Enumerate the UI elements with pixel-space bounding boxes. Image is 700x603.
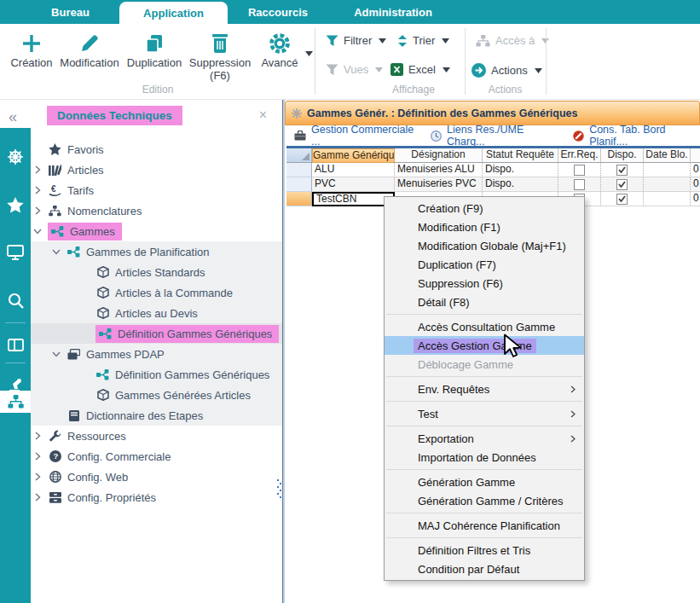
chevron-right-icon[interactable] — [32, 472, 43, 482]
row-selector[interactable] — [286, 163, 312, 177]
tab-cons-tab-bord[interactable]: Cons. Tab. Bord Planif.... — [573, 124, 700, 148]
chevron-down-icon[interactable] — [51, 246, 61, 257]
org-chart-icon[interactable] — [0, 391, 31, 413]
close-icon[interactable]: × — [259, 107, 267, 123]
actions-button[interactable]: Actions — [471, 63, 542, 78]
menu-item-detail[interactable]: Détail (F8) — [385, 293, 584, 311]
excel-button[interactable]: Excel — [390, 63, 450, 76]
menu-item-duplication[interactable]: Duplication (F7) — [385, 255, 584, 274]
menu-item-condition-par-defaut[interactable]: Condition par Défaut — [385, 560, 584, 578]
menu-item-acces-consultation-gamme[interactable]: Accès Consultation Gamme — [385, 317, 584, 336]
tree-item-gammes-de-planification[interactable]: Gammes de Planification — [31, 241, 282, 262]
chevron-down-icon[interactable] — [32, 226, 43, 236]
helm-icon[interactable] — [0, 145, 31, 169]
cell-err-req[interactable] — [558, 163, 601, 177]
cell-gamme[interactable]: PVC — [312, 177, 395, 192]
monitor-icon[interactable] — [0, 241, 31, 264]
cell-date-blo[interactable] — [644, 163, 691, 177]
cell-gamme[interactable]: ALU — [312, 163, 395, 177]
menu-item-generation-gamme-criteres[interactable]: Génération Gamme / Critères — [385, 491, 584, 510]
tree-item-dictionnaire-des-etapes[interactable]: Dictionnaire des Etapes — [31, 405, 282, 426]
tab-liens-res-ume[interactable]: Liens Res./UME Charg... — [431, 124, 558, 148]
chevron-right-icon[interactable] — [32, 492, 43, 502]
cell-date-blo[interactable] — [644, 177, 691, 192]
suppression-button[interactable]: Suppression (F6) — [186, 30, 254, 83]
creation-button[interactable]: Création — [7, 30, 56, 70]
row-selector[interactable] — [286, 177, 312, 192]
chevron-down-icon[interactable] — [305, 51, 313, 56]
menu-item-acces-gestion-gamme[interactable]: Accès Gestion Gamme — [385, 336, 584, 355]
cell-h[interactable]: 0 — [691, 163, 700, 177]
window-title-bar[interactable]: Gammes Génér. : Définition des Gammes Gé… — [285, 101, 700, 125]
column-header-gamme-generique[interactable]: Gamme Générique — [312, 148, 395, 163]
menu-tab-bureau[interactable]: Bureau — [21, 0, 119, 24]
menu-item-test[interactable]: Test — [385, 404, 584, 423]
tree-item-config-proprietes[interactable]: Config. Propriétés — [31, 487, 282, 507]
menu-item-generation-gamme[interactable]: Génération Gamme — [385, 473, 584, 491]
checkbox-icon[interactable] — [616, 179, 628, 190]
chevron-right-icon[interactable] — [32, 206, 43, 216]
cell-statut[interactable]: Dispo. — [483, 177, 558, 192]
column-header-dispo[interactable]: Dispo. — [601, 148, 644, 163]
menu-tab-raccourcis[interactable]: Raccourcis — [228, 0, 328, 24]
column-header-designation[interactable]: Désignation — [395, 148, 483, 163]
tree-item-config-web[interactable]: Config. Web — [31, 467, 282, 487]
collapse-panel-icon[interactable]: « — [9, 108, 17, 126]
cell-dispo[interactable] — [601, 163, 644, 177]
search-icon[interactable] — [0, 288, 31, 312]
tree-item-definition-gammes-generiques-pdap[interactable]: Définition Gammes Génériques — [31, 364, 282, 385]
cell-gamme-focused[interactable]: TestCBN — [312, 192, 395, 206]
tree-item-nomenclatures[interactable]: Nomenclatures — [31, 200, 282, 221]
tree-item-articles-au-devis[interactable]: Articles au Devis — [31, 303, 282, 323]
menu-item-definition-filtres-et-tris[interactable]: Définition Filtres et Tris — [385, 541, 584, 560]
checkbox-icon[interactable] — [574, 179, 585, 190]
trier-button[interactable]: Trier — [397, 34, 449, 47]
tab-gestion-commerciale[interactable]: Gestion Commerciale ... — [294, 124, 419, 148]
tree-item-articles[interactable]: Articles — [31, 159, 282, 180]
tree-item-gammes-generees-articles[interactable]: Gammes Générées Articles — [31, 385, 282, 405]
tree-item-definition-gammes-generiques[interactable]: Définition Gammes Génériques — [31, 323, 282, 344]
chevron-right-icon[interactable] — [32, 185, 43, 195]
cell-designation[interactable]: Menuiseries PVC — [395, 177, 483, 192]
tree-item-articles-standards[interactable]: Articles Standards — [31, 262, 282, 282]
tree-item-gammes-pdap[interactable]: Gammes PDAP — [31, 344, 282, 364]
chevron-right-icon[interactable] — [32, 451, 43, 461]
checkbox-icon[interactable] — [616, 194, 628, 205]
cell-dispo[interactable] — [601, 192, 644, 206]
cell-dispo[interactable] — [601, 177, 644, 192]
table-row[interactable]: ALU Menuiseries ALU Dispo. 0 — [286, 163, 700, 177]
tree-item-favoris[interactable]: Favoris — [31, 139, 282, 159]
menu-tab-application[interactable]: Application — [119, 2, 228, 24]
split-view-icon[interactable] — [0, 333, 31, 357]
column-header-err-req[interactable]: Err.Req. — [558, 148, 601, 163]
modification-button[interactable]: Modification — [56, 30, 123, 70]
cell-h[interactable]: 0 — [691, 192, 700, 206]
menu-item-exportation[interactable]: Exportation — [385, 429, 584, 448]
table-row[interactable]: PVC Menuiseries PVC Dispo. 0 — [286, 177, 700, 192]
menu-item-importation-de-donnees[interactable]: Importation de Données — [385, 448, 584, 467]
menu-tab-administration[interactable]: Administration — [328, 0, 458, 24]
column-header-statut-requete[interactable]: Statut Requête — [483, 148, 558, 163]
menu-item-suppression[interactable]: Suppression (F6) — [385, 274, 584, 293]
chevron-down-icon[interactable] — [51, 349, 61, 359]
tree-item-gammes[interactable]: Gammes — [31, 221, 282, 241]
duplication-button[interactable]: Duplication — [123, 30, 186, 70]
column-header-h[interactable]: H — [691, 148, 700, 163]
cell-err-req[interactable] — [558, 177, 601, 192]
checkbox-icon[interactable] — [616, 165, 628, 176]
chevron-right-icon[interactable] — [32, 431, 43, 441]
checkbox-icon[interactable] — [574, 165, 585, 176]
menu-item-env-requetes[interactable]: Env. Requêtes — [385, 380, 584, 398]
avance-button[interactable]: Avancé — [256, 30, 304, 70]
row-selector[interactable] — [286, 192, 312, 206]
tree-item-articles-a-la-commande[interactable]: Articles à la Commande — [31, 282, 282, 303]
cell-designation[interactable]: Menuiseries ALU — [395, 163, 483, 177]
cell-statut[interactable]: Dispo. — [483, 163, 558, 177]
filtrer-button[interactable]: Filtrer — [326, 34, 386, 47]
menu-item-creation[interactable]: Création (F9) — [385, 199, 584, 217]
cell-h[interactable]: 0 — [691, 177, 700, 192]
menu-item-maj-coherence-planification[interactable]: MAJ Cohérence Planification — [385, 516, 584, 535]
menu-item-modification-globale[interactable]: Modification Globale (Maj+F1) — [385, 236, 584, 255]
tree-item-config-commerciale[interactable]: ? Config. Commerciale — [31, 446, 282, 467]
chevron-right-icon[interactable] — [32, 165, 43, 175]
